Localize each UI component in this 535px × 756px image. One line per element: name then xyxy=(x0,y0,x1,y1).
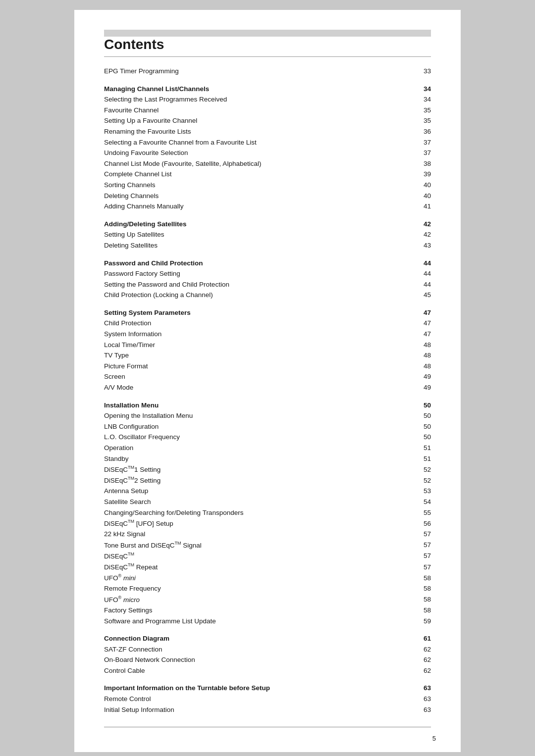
toc-entry-label: Channel List Mode (Favourite, Satellite,… xyxy=(104,158,416,169)
toc-section-important-info: Important Information on the Turntable b… xyxy=(104,683,431,715)
toc-entry: A/V Mode49 xyxy=(104,382,431,393)
toc-entry-label: Renaming the Favourite Lists xyxy=(104,126,416,137)
toc-entry-page: 55 xyxy=(416,507,431,518)
toc-section-installation-menu: Installation Menu50Opening the Installat… xyxy=(104,400,431,626)
toc-entry-page: 41 xyxy=(416,201,431,212)
toc-entry-page: 50 xyxy=(416,400,431,411)
toc-entry: Child Protection (Locking a Channel)45 xyxy=(104,290,431,301)
toc-entry: Deleting Satellites43 xyxy=(104,240,431,251)
toc-entry-label: Control Cable xyxy=(104,665,416,676)
toc-section-password-child: Password and Child Protection44Password … xyxy=(104,258,431,301)
toc-entry-label: Child Protection (Locking a Channel) xyxy=(104,290,416,301)
toc-entry-label: Deleting Channels xyxy=(104,191,416,202)
toc-entry-label: TV Type xyxy=(104,350,416,361)
toc-entry-label: Picture Format xyxy=(104,361,416,372)
toc-entry-page: 44 xyxy=(416,258,431,269)
toc-entry-page: 57 xyxy=(416,551,431,561)
toc-entry-label: On-Board Network Connection xyxy=(104,655,416,665)
bottom-divider xyxy=(104,727,431,727)
toc-entry-page: 47 xyxy=(416,307,431,318)
toc-entry-label: A/V Mode xyxy=(104,382,416,393)
toc-entry: Software and Programme List Update59 xyxy=(104,616,431,627)
toc-entry-page: 50 xyxy=(416,432,431,443)
toc-entry: Renaming the Favourite Lists36 xyxy=(104,126,431,137)
toc-entry: Password and Child Protection44 xyxy=(104,258,431,269)
toc-entry-label: Adding/Deleting Satellites xyxy=(104,219,416,230)
toc-entry-page: 58 xyxy=(416,594,431,605)
toc-entry-page: 40 xyxy=(416,191,431,202)
toc-entry: DiSEqCTM2 Setting52 xyxy=(104,475,431,486)
toc-entry-page: 42 xyxy=(416,219,431,230)
toc-entry-label: Important Information on the Turntable b… xyxy=(104,683,416,694)
toc-entry-label: UFO® micro xyxy=(104,594,416,605)
toc-entry: Tone Burst and DiSEqCTM Signal57 xyxy=(104,540,431,551)
toc-entry-page: 56 xyxy=(416,518,431,529)
toc-entry-page: 59 xyxy=(416,616,431,627)
toc-entry-page: 43 xyxy=(416,240,431,251)
toc-entry: UFO® mini58 xyxy=(104,572,431,583)
toc-entry-label: EPG Timer Programming xyxy=(104,66,416,77)
toc-entry: Remote Frequency58 xyxy=(104,583,431,594)
toc-entry-label: Deleting Satellites xyxy=(104,240,416,251)
toc-entry-page: 57 xyxy=(416,540,431,551)
toc-container: EPG Timer Programming33Managing Channel … xyxy=(104,66,431,715)
toc-entry-page: 53 xyxy=(416,486,431,497)
toc-entry-label: Local Time/Timer xyxy=(104,340,416,351)
toc-entry-label: Setting Up a Favourite Channel xyxy=(104,115,416,126)
toc-entry-label: Setting Up Satellites xyxy=(104,229,416,240)
toc-entry: SAT-ZF Connection62 xyxy=(104,644,431,655)
toc-section-adding-deleting-satellites: Adding/Deleting Satellites42Setting Up S… xyxy=(104,219,431,251)
toc-entry: DiSEqCTM [UFO] Setup56 xyxy=(104,518,431,529)
toc-entry-page: 49 xyxy=(416,382,431,393)
toc-entry: Selecting the Last Programmes Received34 xyxy=(104,94,431,105)
toc-entry-page: 35 xyxy=(416,115,431,126)
toc-entry-page: 63 xyxy=(416,694,431,705)
toc-entry-label: SAT-ZF Connection xyxy=(104,644,416,655)
toc-section-setting-system: Setting System Parameters47Child Protect… xyxy=(104,307,431,393)
toc-entry-page: 58 xyxy=(416,605,431,616)
toc-entry-page: 48 xyxy=(416,350,431,361)
toc-entry-label: Connection Diagram xyxy=(104,633,416,644)
toc-entry: Opening the Installation Menu50 xyxy=(104,410,431,421)
toc-entry-page: 34 xyxy=(416,94,431,105)
toc-entry: DiSEqCTM Repeat57 xyxy=(104,561,431,572)
toc-entry-label: Selecting a Favourite Channel from a Fav… xyxy=(104,137,416,148)
toc-entry: 22 kHz Signal57 xyxy=(104,529,431,540)
toc-entry-label: Setting the Password and Child Protectio… xyxy=(104,279,416,290)
toc-entry-label: Remote Frequency xyxy=(104,583,416,594)
toc-entry-page: 63 xyxy=(416,705,431,715)
toc-entry-label: DiSEqCTM [UFO] Setup xyxy=(104,518,416,529)
toc-entry-page: 61 xyxy=(416,633,431,644)
toc-entry: Channel List Mode (Favourite, Satellite,… xyxy=(104,158,431,169)
toc-entry-label: DiSEqCTM1 Setting xyxy=(104,464,416,475)
toc-entry: Setting Up a Favourite Channel35 xyxy=(104,115,431,126)
toc-entry-label: Standby xyxy=(104,454,416,464)
toc-entry: EPG Timer Programming33 xyxy=(104,66,431,77)
toc-entry-label: DiSEqCTM2 Setting xyxy=(104,475,416,486)
toc-entry-label: Antenna Setup xyxy=(104,486,416,497)
toc-entry-page: 44 xyxy=(416,279,431,290)
toc-entry-page: 35 xyxy=(416,105,431,116)
toc-entry-page: 48 xyxy=(416,340,431,351)
toc-entry-label: Managing Channel List/Channels xyxy=(104,84,416,95)
toc-entry: Screen49 xyxy=(104,371,431,382)
toc-entry: Selecting a Favourite Channel from a Fav… xyxy=(104,137,431,148)
toc-entry-label: Selecting the Last Programmes Received xyxy=(104,94,416,105)
toc-entry-label: Sorting Channels xyxy=(104,180,416,191)
toc-entry: System Information47 xyxy=(104,329,431,340)
toc-entry-page: 45 xyxy=(416,290,431,301)
toc-entry-label: 22 kHz Signal xyxy=(104,529,416,540)
toc-entry: Password Factory Setting44 xyxy=(104,268,431,279)
toc-section-connection-diagram: Connection Diagram61SAT-ZF Connection62O… xyxy=(104,633,431,676)
toc-entry-page: 50 xyxy=(416,421,431,432)
toc-entry-page: 39 xyxy=(416,169,431,180)
toc-entry-page: 57 xyxy=(416,529,431,540)
toc-entry-page: 47 xyxy=(416,329,431,340)
toc-entry-page: 34 xyxy=(416,84,431,95)
toc-entry-page: 58 xyxy=(416,583,431,594)
toc-entry: Initial Setup Information63 xyxy=(104,705,431,715)
toc-entry: Control Cable62 xyxy=(104,665,431,676)
toc-entry-page: 62 xyxy=(416,665,431,676)
toc-entry-label: Password Factory Setting xyxy=(104,268,416,279)
toc-entry-page: 52 xyxy=(416,475,431,486)
